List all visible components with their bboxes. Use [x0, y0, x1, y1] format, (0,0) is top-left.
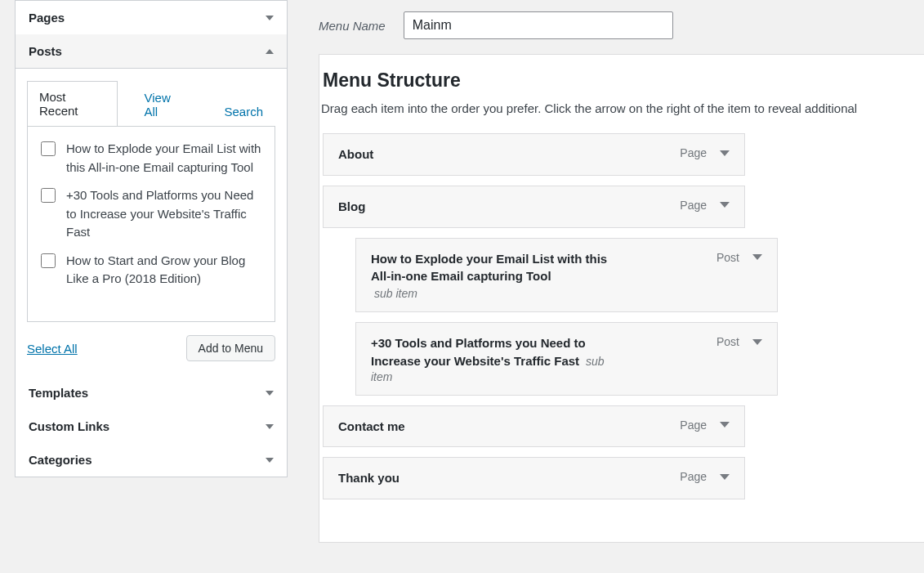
post-checkbox-item[interactable]: How to Explode your Email List with this… [38, 135, 265, 181]
menu-structure-desc: Drag each item into the order you prefer… [321, 101, 916, 115]
chevron-up-icon [266, 49, 274, 54]
post-label: How to Explode your Email List with this… [66, 140, 265, 177]
chevron-down-icon[interactable] [720, 422, 730, 428]
tab-search[interactable]: Search [212, 96, 275, 127]
accordion-custom-links[interactable]: Custom Links [16, 410, 287, 443]
posts-list[interactable]: How to Explode your Email List with this… [27, 126, 275, 322]
menu-item-type: Page [680, 146, 707, 159]
chevron-down-icon[interactable] [752, 339, 762, 345]
accordion-categories[interactable]: Categories [16, 443, 287, 477]
menu-item-title: Contact me [338, 419, 405, 433]
menu-item[interactable]: Contact me Page [323, 405, 745, 448]
menu-item[interactable]: Thank you Page [323, 457, 745, 499]
tab-most-recent[interactable]: Most Recent [27, 81, 118, 127]
menu-item-title: How to Explode your Email List with this… [371, 252, 607, 284]
menu-editor: Menu Name Menu Structure Drag each item … [294, 0, 924, 573]
menu-item-subnote: sub item [374, 287, 616, 300]
menu-item-sub[interactable]: How to Explode your Email List with this… [355, 238, 778, 313]
chevron-down-icon [266, 424, 274, 429]
post-checkbox-item[interactable]: How to Start and Grow your Blog Like a P… [38, 247, 265, 293]
accordion-categories-title: Categories [29, 453, 92, 467]
chevron-down-icon[interactable] [720, 474, 730, 480]
chevron-down-icon[interactable] [752, 254, 762, 260]
menu-item-title: Blog [338, 199, 365, 213]
menu-item-sub[interactable]: +30 Tools and Platforms you Need to Incr… [355, 322, 778, 396]
post-checkbox[interactable] [41, 141, 56, 156]
accordion-pages-title: Pages [29, 11, 65, 25]
menu-name-row: Menu Name [319, 0, 924, 54]
menu-item-title: +30 Tools and Platforms you Need to Incr… [371, 336, 586, 368]
menu-item[interactable]: About Page [323, 133, 745, 176]
menu-item-type: Post [716, 335, 739, 348]
post-checkbox[interactable] [41, 188, 56, 203]
menu-item-type: Page [680, 470, 707, 483]
menu-structure-panel: Menu Structure Drag each item into the o… [319, 54, 924, 543]
menu-structure-heading: Menu Structure [321, 69, 916, 92]
accordion-templates[interactable]: Templates [16, 376, 287, 410]
post-checkbox[interactable] [41, 253, 56, 268]
accordion-pages[interactable]: Pages [16, 1, 287, 34]
accordion-posts-title: Posts [29, 44, 62, 58]
menu-item-type: Page [680, 199, 707, 212]
select-all-link[interactable]: Select All [27, 342, 78, 356]
chevron-down-icon [266, 391, 274, 396]
menu-name-input[interactable] [404, 11, 673, 39]
chevron-down-icon [266, 16, 274, 20]
post-label: How to Start and Grow your Blog Like a P… [66, 252, 265, 289]
accordion-templates-title: Templates [29, 386, 88, 400]
add-items-sidebar: Pages Posts Most Recent View All Search … [0, 0, 294, 573]
chevron-down-icon[interactable] [720, 202, 730, 208]
menu-item-type: Post [716, 251, 739, 264]
menu-item-title: Thank you [338, 471, 400, 485]
posts-tabs: Most Recent View All Search [27, 80, 275, 126]
menu-item[interactable]: Blog Page [323, 186, 745, 228]
menu-item-type: Page [680, 419, 707, 432]
menu-name-label: Menu Name [319, 19, 386, 33]
chevron-down-icon[interactable] [720, 150, 730, 156]
menu-item-title: About [338, 147, 373, 161]
menu-items-list: About Page Blog Page [321, 133, 916, 499]
accordion-container: Pages Posts Most Recent View All Search … [15, 0, 288, 477]
posts-panel: Most Recent View All Search How to Explo… [16, 68, 287, 376]
accordion-posts[interactable]: Posts [16, 34, 287, 68]
chevron-down-icon [266, 458, 274, 463]
add-to-menu-button[interactable]: Add to Menu [186, 335, 275, 361]
post-checkbox-item[interactable]: +30 Tools and Platforms you Need to Incr… [38, 181, 265, 247]
posts-panel-footer: Select All Add to Menu [27, 322, 275, 363]
accordion-custom-links-title: Custom Links [29, 419, 109, 433]
post-label: +30 Tools and Platforms you Need to Incr… [66, 186, 265, 242]
tab-view-all[interactable]: View All [132, 82, 198, 127]
